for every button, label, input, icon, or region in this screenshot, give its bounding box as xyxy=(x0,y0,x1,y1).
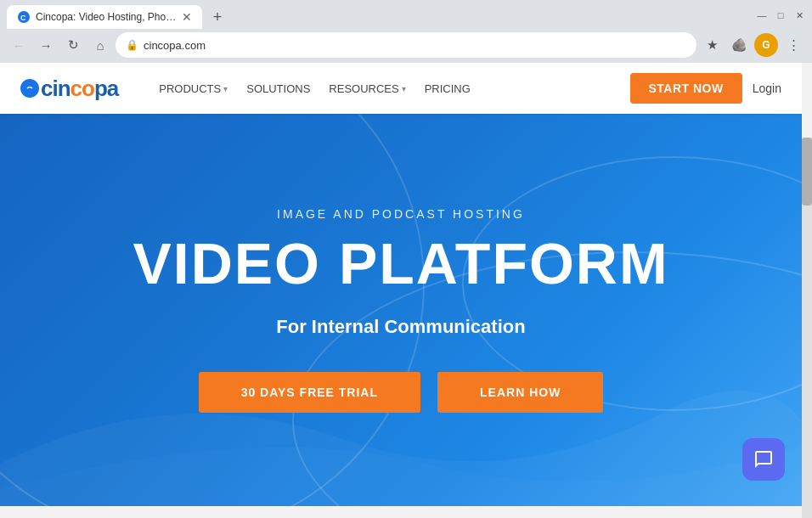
learn-how-button[interactable]: LEARN HOW xyxy=(437,372,603,413)
hero-buttons: 30 DAYS FREE TRIAL LEARN HOW xyxy=(133,372,668,413)
back-button[interactable]: ← xyxy=(7,33,31,57)
nav-resources[interactable]: RESOURCES ▾ xyxy=(322,79,412,99)
nav-solutions[interactable]: SOLUTIONS xyxy=(240,79,317,99)
maximize-button[interactable]: □ xyxy=(775,9,787,21)
hero-content: IMAGE AND PODCAST HOSTING VIDEO PLATFORM… xyxy=(116,207,685,413)
chevron-down-icon: ▾ xyxy=(223,84,228,93)
tab-favicon: C xyxy=(17,10,31,24)
free-trial-button[interactable]: 30 DAYS FREE TRIAL xyxy=(199,372,420,413)
nav-links: PRODUCTS ▾ SOLUTIONS RESOURCES ▾ PRICING xyxy=(152,79,629,99)
logo[interactable]: cincopa xyxy=(20,76,118,102)
menu-button[interactable]: ⋮ xyxy=(781,33,805,57)
address-bar[interactable]: 🔒 cincopa.com xyxy=(116,32,696,58)
scrollbar-thumb[interactable] xyxy=(802,138,812,206)
tab-close-button[interactable]: ✕ xyxy=(182,11,192,23)
hero-section: IMAGE AND PODCAST HOSTING VIDEO PLATFORM… xyxy=(0,114,802,506)
new-tab-button[interactable]: + xyxy=(206,5,229,29)
browser-tab[interactable]: C Cincopa: Video Hosting, Photo G ✕ xyxy=(7,5,202,29)
svg-point-2 xyxy=(25,83,35,93)
profile-button[interactable]: G xyxy=(754,33,778,57)
home-button[interactable]: ⌂ xyxy=(88,33,112,57)
close-button[interactable]: ✕ xyxy=(793,9,805,21)
refresh-button[interactable]: ↻ xyxy=(61,33,85,57)
scrollbar[interactable] xyxy=(802,138,812,518)
hero-title: VIDEO PLATFORM xyxy=(133,234,668,292)
navbar-actions: START NOW Login xyxy=(630,73,782,104)
bookmark-button[interactable]: ★ xyxy=(700,33,724,57)
lock-icon: 🔒 xyxy=(126,39,138,51)
minimize-button[interactable]: — xyxy=(756,9,768,21)
website-content: cincopa PRODUCTS ▾ SOLUTIONS RESOURCES ▾… xyxy=(0,63,802,506)
url-text: cincopa.com xyxy=(144,39,686,52)
chat-icon xyxy=(753,449,774,470)
svg-text:C: C xyxy=(20,14,26,22)
nav-products[interactable]: PRODUCTS ▾ xyxy=(152,79,234,99)
tab-label: Cincopa: Video Hosting, Photo G xyxy=(36,11,177,23)
chevron-down-icon: ▾ xyxy=(402,84,406,93)
login-button[interactable]: Login xyxy=(753,82,781,95)
start-now-button[interactable]: START NOW xyxy=(630,73,742,104)
nav-pricing[interactable]: PRICING xyxy=(418,79,477,99)
hero-subtitle: IMAGE AND PODCAST HOSTING xyxy=(133,207,668,221)
logo-icon xyxy=(20,79,39,98)
navbar: cincopa PRODUCTS ▾ SOLUTIONS RESOURCES ▾… xyxy=(0,63,802,114)
hero-description: For Internal Communication xyxy=(133,316,668,338)
chat-button[interactable] xyxy=(742,438,785,481)
forward-button[interactable]: → xyxy=(34,33,58,57)
extensions-button[interactable]: 🪨 xyxy=(727,33,751,57)
